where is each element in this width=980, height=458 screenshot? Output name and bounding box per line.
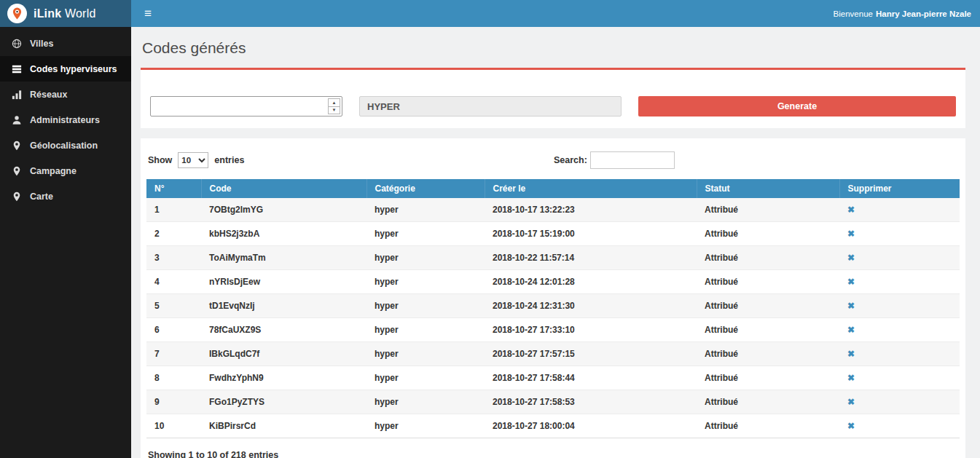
main-content: Codes générés ▲ ▼ Generate Show 10 entri… (131, 0, 980, 458)
table-cell: 6 (146, 318, 201, 342)
table-cell: Attribué (697, 222, 839, 246)
table-cell: 5 (146, 294, 201, 318)
table-cell: 78fCaUXZ9S (201, 318, 366, 342)
table-cell: Attribué (697, 414, 839, 438)
brand-text: iLink World (34, 7, 96, 20)
delete-icon[interactable]: ✖ (847, 397, 855, 407)
table-cell: hyper (366, 390, 485, 414)
delete-icon[interactable]: ✖ (847, 325, 855, 335)
column-header[interactable]: Code (201, 179, 366, 198)
table-cell: 2018-10-27 18:00:04 (485, 414, 697, 438)
user-icon (11, 114, 22, 125)
sidebar-item-label: Administrateurs (30, 115, 100, 125)
show-label: Show (148, 155, 172, 165)
delete-icon[interactable]: ✖ (847, 301, 855, 311)
quantity-stepper[interactable]: ▲ ▼ (328, 98, 340, 114)
delete-icon[interactable]: ✖ (847, 253, 855, 263)
table-cell: 2018-10-27 17:57:15 (485, 342, 697, 366)
sidebar-item-villes[interactable]: Villes (0, 31, 131, 56)
brand-name: iLink (34, 7, 61, 20)
hamburger-icon: ≡ (144, 7, 152, 21)
delete-icon[interactable]: ✖ (847, 205, 855, 215)
sidebar-item-geolocalisation[interactable]: Géolocalisation (0, 133, 131, 158)
top-bar: iLink World ≡ Bienvenue Hanry Jean-pierr… (0, 0, 980, 27)
sidebar-item-label: Campagne (30, 166, 77, 176)
table-cell: 3 (146, 246, 201, 270)
globe-icon (11, 38, 22, 49)
search-input[interactable] (590, 151, 675, 169)
sidebar-item-administrateurs[interactable]: Administrateurs (0, 107, 131, 133)
table-cell: 7OBtg2lmYG (201, 198, 366, 222)
brand-suffix: World (65, 7, 96, 20)
table-cell: 7 (146, 342, 201, 366)
table-cell: Attribué (697, 342, 839, 366)
table-cell: 2018-10-24 12:01:28 (485, 270, 697, 294)
delete-icon[interactable]: ✖ (847, 421, 855, 431)
table-cell: 2018-10-22 11:57:14 (485, 246, 697, 270)
generate-button[interactable]: Generate (638, 96, 956, 117)
table-cell: Attribué (697, 318, 839, 342)
sidebar-item-label: Codes hyperviseurs (30, 64, 117, 74)
entries-select[interactable]: 10 (178, 152, 208, 168)
table-row: 7IBkGLqdC7fhyper2018-10-27 17:57:15Attri… (146, 342, 960, 366)
map-pin-icon (11, 191, 22, 202)
table-cell: KiBPirsrCd (201, 414, 366, 438)
delete-icon[interactable]: ✖ (847, 349, 855, 359)
delete-icon[interactable]: ✖ (847, 277, 855, 287)
signal-icon (11, 89, 22, 100)
map-pin-icon (11, 165, 22, 176)
spinner-down-icon[interactable]: ▼ (329, 106, 340, 114)
sidebar-item-carte[interactable]: Carte (0, 183, 131, 209)
quantity-field[interactable]: ▲ ▼ (150, 96, 342, 117)
table-cell: 9 (146, 390, 201, 414)
brand[interactable]: iLink World (0, 0, 131, 27)
sidebar-item-label: Géolocalisation (30, 141, 98, 151)
table-cell: kbHS2j3zbA (201, 222, 366, 246)
table-cell: 2 (146, 222, 201, 246)
table-header-row: N°CodeCatégorieCréer leStatutSupprimer (146, 179, 960, 198)
table-row: 17OBtg2lmYGhyper2018-10-17 13:22:23Attri… (146, 198, 960, 222)
table-cell: 2018-10-24 12:31:30 (485, 294, 697, 318)
sidebar: Villes Codes hyperviseurs Réseaux Admini… (0, 27, 131, 458)
table-cell: IBkGLqdC7f (201, 342, 366, 366)
sidebar-item-campagne[interactable]: Campagne (0, 158, 131, 183)
table-cell: nYRlsDjEew (201, 270, 366, 294)
entries-control: Show 10 entries (148, 152, 244, 168)
column-header[interactable]: Catégorie (366, 179, 485, 198)
table-cell: FGo1PyZTYS (201, 390, 366, 414)
sidebar-item-codes-hyperviseurs[interactable]: Codes hyperviseurs (0, 56, 131, 82)
sidebar-toggle-button[interactable]: ≡ (131, 0, 165, 27)
list-icon (11, 63, 22, 74)
delete-icon[interactable]: ✖ (847, 229, 855, 239)
delete-cell: ✖ (839, 318, 960, 342)
table-cell: hyper (366, 414, 485, 438)
quantity-input[interactable] (151, 97, 324, 116)
category-input[interactable] (359, 96, 622, 117)
search-control: Search: (554, 151, 675, 169)
sidebar-item-reseaux[interactable]: Réseaux (0, 82, 131, 107)
column-header[interactable]: Supprimer (839, 179, 960, 198)
column-header[interactable]: Créer le (485, 179, 697, 198)
table-cell: Attribué (697, 270, 839, 294)
delete-icon[interactable]: ✖ (847, 373, 855, 383)
table-row: 4nYRlsDjEewhyper2018-10-24 12:01:28Attri… (146, 270, 960, 294)
delete-cell: ✖ (839, 414, 960, 438)
table-cell: hyper (366, 270, 485, 294)
table-cell: ToAiMymaTm (201, 246, 366, 270)
table-cell: FwdhzYphN9 (201, 366, 366, 390)
delete-cell: ✖ (839, 342, 960, 366)
table-cell: Attribué (697, 198, 839, 222)
showing-entries-text: Showing 1 to 10 of 218 entries (148, 450, 960, 458)
column-header[interactable]: N° (146, 179, 201, 198)
column-header[interactable]: Statut (697, 179, 839, 198)
table-cell: 2018-10-27 17:58:53 (485, 390, 697, 414)
table-cell: 8 (146, 366, 201, 390)
table-row: 8FwdhzYphN9hyper2018-10-27 17:58:44Attri… (146, 366, 960, 390)
sidebar-item-label: Villes (30, 39, 53, 49)
delete-cell: ✖ (839, 390, 960, 414)
map-pin-icon (11, 140, 22, 151)
table-row: 5tD1EvqNzIjhyper2018-10-24 12:31:30Attri… (146, 294, 960, 318)
spinner-up-icon[interactable]: ▲ (329, 99, 340, 106)
table-cell: Attribué (697, 390, 839, 414)
table-row: 2kbHS2j3zbAhyper2018-10-17 15:19:00Attri… (146, 222, 960, 246)
